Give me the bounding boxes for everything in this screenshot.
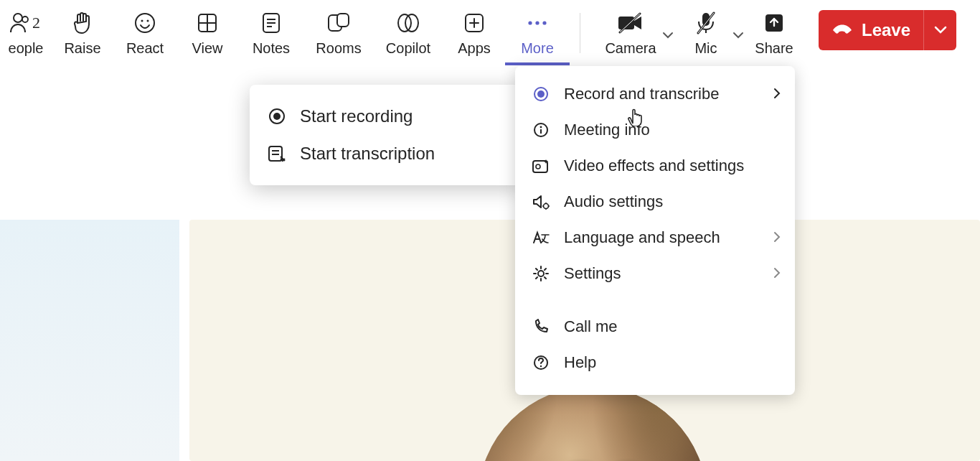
record-indicator-icon [531,86,551,102]
leave-dropdown-button[interactable] [923,10,956,50]
leave-label: Leave [862,20,910,40]
svg-point-41 [536,164,540,169]
info-icon [531,122,551,138]
language-speech-item[interactable]: Language and speech [515,220,795,256]
svg-point-36 [537,90,545,98]
svg-rect-13 [337,14,349,27]
camera-label: Camera [605,40,656,57]
svg-point-3 [141,20,143,22]
meeting-toolbar: 2 eople Raise React View Notes [0,0,980,66]
phone-icon [531,319,551,335]
svg-point-19 [528,21,532,24]
record-transcribe-item[interactable]: Record and transcribe [515,76,795,112]
svg-point-45 [540,365,542,367]
rooms-button[interactable]: Rooms [304,7,373,64]
raise-hand-button[interactable]: Raise [52,7,113,64]
record-transcribe-label: Record and transcribe [564,85,719,103]
video-effects-icon [531,158,551,174]
chevron-right-icon [773,228,781,247]
language-speech-label: Language and speech [564,228,720,247]
language-icon [531,230,551,246]
svg-point-1 [22,17,28,22]
view-label: View [192,40,223,57]
more-button[interactable]: More [505,7,570,64]
apps-icon [464,10,484,36]
notes-label: Notes [253,40,290,57]
hangup-icon [831,22,853,39]
grid-icon [197,10,217,36]
people-button[interactable]: 2 eople [0,7,52,64]
help-item[interactable]: Help [515,345,795,381]
camera-button[interactable]: Camera [590,7,671,64]
settings-item[interactable]: Settings [515,256,795,292]
video-effects-item[interactable]: Video effects and settings [515,148,795,184]
more-menu: Record and transcribe Meeting info Video… [515,66,795,395]
view-button[interactable]: View [176,7,238,64]
mic-label: Mic [694,40,717,57]
svg-point-20 [535,21,539,24]
start-recording-item[interactable]: Start recording [250,98,522,135]
people-icon: 2 [9,10,42,36]
rooms-icon [327,10,350,36]
audio-settings-item[interactable]: Audio settings [515,184,795,220]
transcription-icon [267,145,287,162]
copilot-button[interactable]: Copilot [373,7,443,64]
react-button[interactable]: React [113,7,176,64]
call-me-item[interactable]: Call me [515,309,795,345]
svg-point-38 [540,126,542,129]
chevron-right-icon [773,264,781,283]
share-icon [764,10,784,36]
smile-icon [134,10,156,36]
svg-point-42 [544,204,549,209]
call-me-label: Call me [564,317,618,336]
start-transcription-item[interactable]: Start transcription [250,135,522,172]
more-label: More [521,40,554,57]
notes-icon [261,10,281,36]
help-icon [531,355,551,371]
svg-point-43 [538,271,544,276]
svg-point-0 [14,14,22,22]
audio-settings-label: Audio settings [564,192,663,211]
video-effects-label: Video effects and settings [564,157,744,175]
raise-label: Raise [64,40,100,57]
start-recording-label: Start recording [300,106,413,126]
settings-label: Settings [564,264,621,283]
chevron-right-icon [773,85,781,103]
svg-point-31 [273,113,281,120]
people-count: 2 [32,14,40,32]
svg-point-4 [147,20,149,22]
share-button[interactable]: Share [741,7,807,64]
svg-point-21 [542,21,546,24]
audio-settings-icon [531,193,551,210]
leave-button[interactable]: Leave [819,10,956,50]
share-label: Share [755,40,793,57]
meeting-info-item[interactable]: Meeting info [515,112,795,148]
copilot-icon [396,10,420,36]
notes-button[interactable]: Notes [238,7,304,64]
participant-tile [0,220,179,461]
record-icon [267,108,287,125]
svg-point-2 [136,14,154,32]
people-label: eople [9,40,44,57]
help-label: Help [564,353,596,372]
gear-icon [531,265,551,282]
toolbar-divider [580,13,580,53]
mic-off-icon [695,10,717,36]
meeting-info-label: Meeting info [564,121,650,139]
react-label: React [126,40,164,57]
hand-icon [72,10,93,36]
record-transcribe-submenu: Start recording Start transcription [250,85,522,185]
camera-off-icon [617,10,644,36]
more-icon [525,10,550,36]
apps-label: Apps [458,40,491,57]
start-transcription-label: Start transcription [300,144,435,164]
copilot-label: Copilot [386,40,430,57]
rooms-label: Rooms [316,40,361,57]
apps-button[interactable]: Apps [443,7,505,64]
mic-button[interactable]: Mic [671,7,741,64]
